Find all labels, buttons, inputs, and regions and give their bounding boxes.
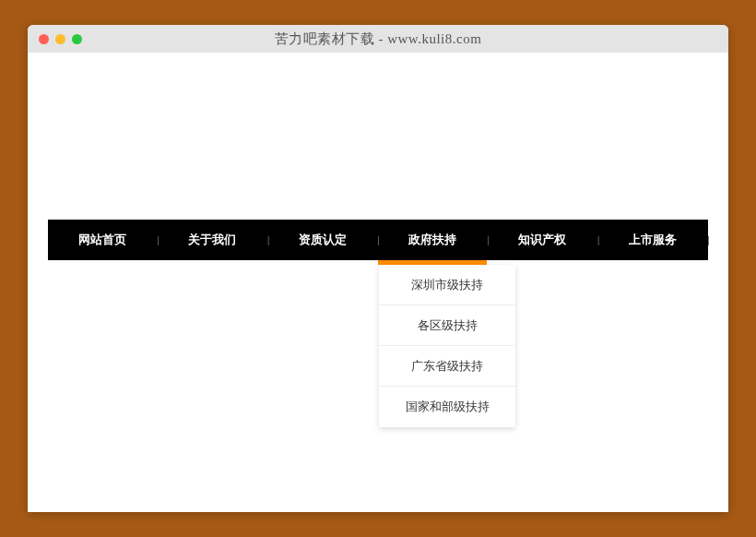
nav-label: 网站首页 (78, 233, 126, 246)
window-title: 苦力吧素材下载 - www.kuli8.com (28, 30, 728, 48)
content-area: 网站首页 | 关于我们 | 资质认定 | 政府扶持 | 知识产权 | 上市服务 … (28, 53, 728, 512)
nav-label: 上市服务 (629, 233, 677, 246)
dropdown-label: 各区级扶持 (418, 318, 478, 332)
dropdown-item[interactable]: 各区级扶持 (379, 305, 515, 346)
dropdown-item[interactable]: 深圳市级扶持 (379, 265, 515, 305)
nav-label: 关于我们 (188, 233, 236, 246)
nav-item-about[interactable]: 关于我们 (158, 220, 266, 260)
traffic-lights (39, 34, 82, 44)
dropdown-label: 国家和部级扶持 (406, 400, 490, 413)
close-icon[interactable] (39, 34, 49, 44)
titlebar: 苦力吧素材下载 - www.kuli8.com (28, 25, 728, 53)
maximize-icon[interactable] (72, 34, 82, 44)
nav-item-ip[interactable]: 知识产权 (488, 220, 597, 260)
nav-label: 资质认定 (299, 233, 347, 246)
dropdown-item[interactable]: 国家和部级扶持 (379, 387, 515, 427)
nav-item-qualification[interactable]: 资质认定 (268, 220, 377, 260)
dropdown-label: 深圳市级扶持 (411, 278, 483, 292)
nav-separator: | (707, 220, 708, 260)
nav-item-home[interactable]: 网站首页 (48, 220, 157, 260)
dropdown-item[interactable]: 广东省级扶持 (379, 346, 515, 387)
nav-label: 知识产权 (518, 233, 566, 246)
navbar: 网站首页 | 关于我们 | 资质认定 | 政府扶持 | 知识产权 | 上市服务 … (48, 220, 708, 260)
nav-label: 政府扶持 (408, 233, 456, 246)
dropdown-menu: 深圳市级扶持 各区级扶持 广东省级扶持 国家和部级扶持 (379, 265, 515, 427)
nav-item-government[interactable]: 政府扶持 (378, 220, 487, 260)
browser-window: 苦力吧素材下载 - www.kuli8.com 网站首页 | 关于我们 | 资质… (28, 25, 728, 512)
nav-item-listing[interactable]: 上市服务 (598, 220, 707, 260)
dropdown-label: 广东省级扶持 (411, 359, 483, 373)
minimize-icon[interactable] (55, 34, 65, 44)
